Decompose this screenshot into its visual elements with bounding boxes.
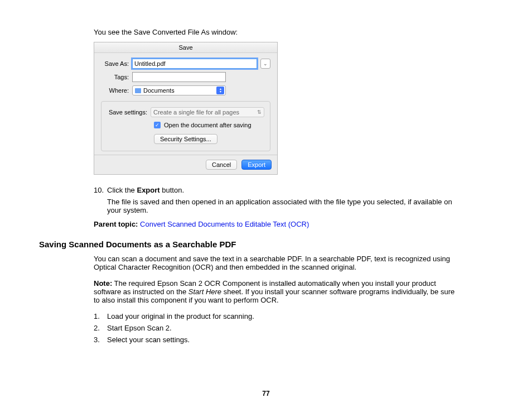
save-settings-label: Save settings: — [107, 109, 151, 116]
open-after-saving-label: Open the document after saving — [164, 122, 252, 128]
open-after-saving-checkbox[interactable]: ✓ — [154, 122, 161, 128]
list-item: 1. Load your original in the product for… — [94, 312, 462, 320]
where-value: Documents — [143, 87, 175, 94]
step-number: 3. — [94, 336, 107, 344]
updown-caret-icon: ⇅ — [257, 109, 262, 115]
where-label: Where: — [101, 87, 132, 94]
cancel-button[interactable]: Cancel — [206, 160, 237, 170]
folder-icon — [135, 88, 141, 93]
step-text: Start Epson Scan 2. — [107, 324, 172, 332]
page-number: 77 — [0, 390, 532, 397]
export-button[interactable]: Export — [241, 160, 272, 170]
save-as-label: Save As: — [101, 60, 132, 67]
step-text: Select your scan settings. — [107, 336, 190, 344]
save-settings-panel: Save settings: Create a single file for … — [101, 101, 270, 151]
save-as-input[interactable] — [132, 59, 257, 69]
save-settings-value: Create a single file for all pages — [153, 109, 239, 116]
expand-save-panel-button[interactable]: ⌄ — [260, 59, 270, 69]
check-icon: ✓ — [155, 122, 159, 128]
step-text: Load your original in the product for sc… — [107, 312, 254, 320]
step-number: 10. — [94, 186, 107, 194]
list-item: 3. Select your scan settings. — [94, 336, 462, 344]
where-select[interactable]: Documents ▴▾ — [132, 85, 226, 95]
list-item: 2. Start Epson Scan 2. — [94, 324, 462, 332]
step-number: 1. — [94, 312, 107, 320]
parent-topic-link[interactable]: Convert Scanned Documents to Editable Te… — [140, 220, 309, 228]
parent-topic-label: Parent topic: — [94, 220, 140, 228]
security-settings-button[interactable]: Security Settings... — [154, 134, 217, 144]
tags-label: Tags: — [101, 74, 132, 80]
tags-input[interactable] — [132, 72, 226, 82]
step-10: 10. Click the Export button. — [94, 186, 462, 194]
updown-caret-icon: ▴▾ — [216, 87, 224, 94]
save-dialog: Save Save As: ⌄ Tags: Where: — [94, 42, 278, 175]
step-10-sub: The file is saved and then opened in an … — [107, 198, 462, 214]
parent-topic: Parent topic: Convert Scanned Documents … — [94, 220, 462, 228]
dialog-title: Save — [94, 42, 277, 53]
section-heading: Saving Scanned Documents as a Searchable… — [39, 239, 462, 249]
step-text: Click the Export button. — [107, 186, 462, 194]
steps-list: 1. Load your original in the product for… — [94, 312, 462, 344]
step-number: 2. — [94, 324, 107, 332]
paragraph-1: You can scan a document and save the tex… — [94, 255, 462, 271]
chevron-down-icon: ⌄ — [263, 61, 268, 66]
save-settings-select[interactable]: Create a single file for all pages ⇅ — [151, 107, 264, 117]
intro-text: You see the Save Converted File As windo… — [94, 28, 462, 36]
note-paragraph: Note: The required Epson Scan 2 OCR Comp… — [94, 279, 462, 304]
